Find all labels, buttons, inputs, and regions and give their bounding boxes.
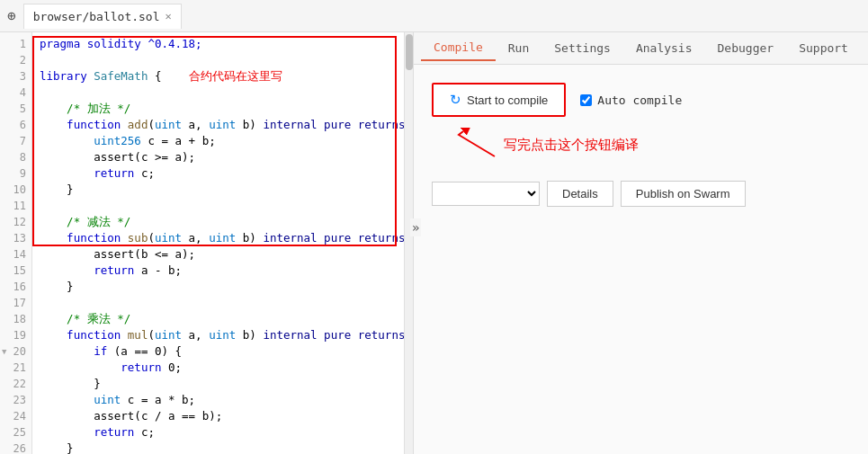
right-panel: Compile Run Settings Analysis Debugger S…	[414, 32, 868, 454]
code-line: }	[40, 441, 397, 454]
pin-icon[interactable]: ⊕	[7, 7, 16, 24]
code-line: /* 加法 */	[40, 101, 397, 117]
code-line: uint c = a * b;	[40, 392, 397, 408]
code-line: assert(c / a == b);	[40, 408, 397, 424]
code-line: return 0;	[40, 360, 397, 376]
compile-panel: ↻ Start to compile Auto compile	[414, 65, 868, 225]
start-compile-label: Start to compile	[467, 93, 548, 107]
code-line	[40, 52, 397, 68]
code-line: /* 乘法 */	[40, 311, 397, 327]
code-line: /* 减法 */	[40, 214, 397, 230]
start-compile-button[interactable]: ↻ Start to compile	[432, 83, 566, 117]
refresh-icon: ↻	[450, 92, 461, 108]
code-line: return c;	[40, 424, 397, 441]
details-button[interactable]: Details	[547, 181, 613, 207]
publish-swarm-button[interactable]: Publish on Swarm	[621, 181, 746, 207]
code-line: uint256 c = a + b;	[40, 133, 397, 149]
tab-close-icon[interactable]: ✕	[166, 10, 172, 22]
tab-compile[interactable]: Compile	[421, 35, 496, 61]
red-arrow-svg	[432, 128, 504, 160]
nav-tabs: Compile Run Settings Analysis Debugger S…	[414, 32, 868, 65]
compile-row1: ↻ Start to compile Auto compile	[432, 83, 850, 117]
code-line: function mul(uint a, uint b) internal pu…	[40, 327, 397, 343]
hint-row: 写完点击这个按钮编译	[432, 128, 850, 163]
tab-support[interactable]: Support	[786, 36, 861, 60]
code-line: library SafeMath { 合约代码在这里写	[40, 68, 397, 85]
tab-debugger[interactable]: Debugger	[705, 36, 787, 60]
expand-panels-icon[interactable]: »	[410, 218, 421, 236]
code-line: }	[40, 182, 397, 198]
compile-hint-text: 写完点击这个按钮编译	[504, 137, 639, 154]
auto-compile-label: Auto compile	[597, 93, 682, 107]
auto-compile-checkbox[interactable]	[580, 94, 592, 106]
tab-analysis[interactable]: Analysis	[623, 36, 705, 60]
code-content[interactable]: pragma solidity ^0.4.18; library SafeMat…	[32, 32, 404, 454]
code-area: 1 2 3 4 5 6 7 8 9 10 11 12 13 14 15 16 1…	[0, 32, 413, 454]
code-line: assert(b <= a);	[40, 246, 397, 263]
top-bar: ⊕ browser/ballot.sol ✕	[0, 0, 868, 32]
editor-panel: 1 2 3 4 5 6 7 8 9 10 11 12 13 14 15 16 1…	[0, 32, 414, 454]
code-line: }	[40, 376, 397, 392]
line-numbers: 1 2 3 4 5 6 7 8 9 10 11 12 13 14 15 16 1…	[0, 32, 32, 454]
code-line: if (a == 0) {	[40, 343, 397, 360]
code-line: return a - b;	[40, 263, 397, 279]
main-layout: 1 2 3 4 5 6 7 8 9 10 11 12 13 14 15 16 1…	[0, 32, 868, 454]
code-line: return c;	[40, 165, 397, 182]
code-line: pragma solidity ^0.4.18;	[40, 36, 397, 52]
code-line: function sub(uint a, uint b) internal pu…	[40, 230, 397, 246]
scrollbar[interactable]	[404, 32, 413, 454]
code-line	[40, 85, 397, 101]
auto-compile-row: Auto compile	[580, 93, 682, 107]
tab-filename: browser/ballot.sol	[33, 10, 160, 23]
code-line: assert(c >= a);	[40, 149, 397, 165]
tab-run[interactable]: Run	[496, 36, 541, 60]
scrollbar-thumb[interactable]	[406, 34, 413, 70]
code-line	[40, 295, 397, 311]
arrow-decoration	[432, 128, 504, 163]
file-tab[interactable]: browser/ballot.sol ✕	[23, 4, 182, 29]
tab-settings[interactable]: Settings	[541, 36, 623, 60]
code-line: }	[40, 279, 397, 295]
code-line: function add(uint a, uint b) internal pu…	[40, 117, 397, 133]
code-line	[40, 198, 397, 214]
version-select[interactable]	[432, 182, 540, 206]
compile-row2: Details Publish on Swarm	[432, 181, 850, 207]
